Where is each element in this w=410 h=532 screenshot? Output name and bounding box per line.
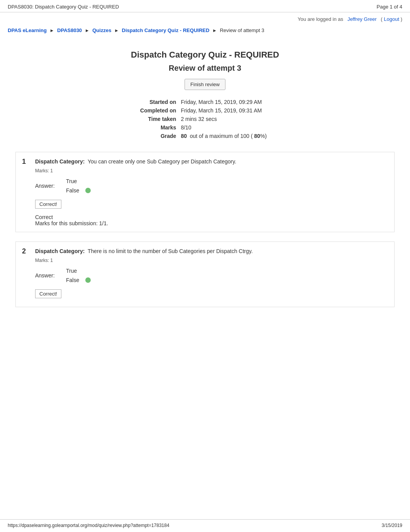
question-2-number: 2 (22, 247, 30, 255)
question-2-header: 2 Dispatch Category: There is no limit t… (22, 247, 388, 255)
breadcrumb: DPAS eLearning ► DPAS8030 ► Quizzes ► Di… (0, 24, 410, 38)
breadcrumb-arrow-4: ► (212, 28, 217, 33)
footer-url: https://dpaselearning.golearnportal.org/… (8, 523, 169, 528)
question-2-body: There is no limit to the number of Sub C… (88, 248, 253, 254)
grade-value: 80 out of a maximum of 100 ( 80%) (181, 132, 270, 140)
question-2-answers: Answer: True False Correct! (35, 267, 388, 301)
quiz-info-table: Started on Friday, March 15, 2019, 09:29… (140, 98, 270, 140)
info-row-time: Time taken 2 mins 32 secs (140, 115, 270, 123)
info-row-completed: Completed on Friday, March 15, 2019, 09:… (140, 106, 270, 115)
grade-number: 80 (181, 133, 187, 139)
question-2-answer-label: Answer: (35, 272, 62, 279)
quiz-subtitle: Review of attempt 3 (15, 64, 395, 73)
question-1-header: 1 Dispatch Category: You can create only… (22, 158, 388, 166)
main-content: Dispatch Category Quiz - REQUIRED Review… (0, 38, 410, 332)
page-header: DPAS8030: Dispatch Category Quiz - REQUI… (0, 0, 410, 12)
grade-percent: 80 (254, 133, 260, 139)
info-row-grade: Grade 80 out of a maximum of 100 ( 80%) (140, 132, 270, 140)
page-title-small: DPAS8030: Dispatch Category Quiz - REQUI… (8, 4, 119, 10)
logout-link[interactable]: Logout (384, 16, 399, 22)
started-on-value: Friday, March 15, 2019, 09:29 AM (181, 98, 270, 106)
question-2-true-text: True (62, 267, 81, 275)
question-1-answer-row: Answer: True False (35, 177, 388, 194)
quiz-title: Dispatch Category Quiz - REQUIRED (15, 50, 395, 60)
question-1-result: Correct Marks for this submission: 1/1. (35, 214, 388, 226)
question-2-false-text: False (62, 276, 83, 284)
user-bar: You are logged in as Jeffrey Greer ( Log… (0, 12, 410, 24)
breadcrumb-item-dpas-elearning[interactable]: DPAS eLearning (8, 27, 47, 33)
breadcrumb-arrow-2: ► (85, 28, 90, 33)
question-1-number: 1 (22, 158, 30, 166)
question-1-true-text: True (62, 177, 81, 185)
question-1-false-text: False (62, 187, 83, 194)
question-block-1: 1 Dispatch Category: You can create only… (15, 152, 395, 232)
completed-on-label: Completed on (140, 106, 181, 115)
question-1-marks-note: Marks for this submission: 1/1. (35, 220, 108, 226)
page-number: Page 1 of 4 (377, 4, 403, 10)
finish-review-button[interactable]: Finish review (185, 79, 225, 90)
question-1-option-false: False (62, 187, 91, 194)
grade-label: Grade (140, 132, 181, 140)
question-1-options: True False (62, 177, 91, 194)
question-1-false-dot (85, 188, 91, 193)
breadcrumb-suffix: Review of attempt 3 (220, 27, 264, 33)
question-1-body: You can create only one Sub Category per… (88, 158, 236, 165)
question-2-marks: Marks: 1 (35, 258, 388, 263)
question-1-topic: Dispatch Category: (35, 158, 85, 165)
info-row-marks: Marks 8/10 (140, 123, 270, 132)
question-1-answers: Answer: True False Correct! Correct Mark… (35, 177, 388, 226)
footer-date: 3/15/2019 (382, 523, 402, 528)
time-taken-value: 2 mins 32 secs (181, 115, 270, 123)
question-1-result-label: Correct (35, 214, 53, 220)
breadcrumb-arrow-1: ► (50, 28, 54, 33)
info-row-started: Started on Friday, March 15, 2019, 09:29… (140, 98, 270, 106)
breadcrumb-arrow-3: ► (114, 28, 119, 33)
question-2-text: Dispatch Category: There is no limit to … (35, 247, 253, 255)
question-1-text: Dispatch Category: You can create only o… (35, 158, 236, 166)
username-link[interactable]: Jeffrey Greer (347, 16, 377, 22)
completed-on-value: Friday, March 15, 2019, 09:31 AM (181, 106, 270, 115)
question-1-option-true: True (62, 177, 91, 185)
breadcrumb-item-quiz-name[interactable]: Dispatch Category Quiz - REQUIRED (122, 27, 210, 33)
time-taken-label: Time taken (140, 115, 181, 123)
breadcrumb-item-quizzes[interactable]: Quizzes (92, 27, 111, 33)
question-1-marks: Marks: 1 (35, 168, 388, 173)
marks-value: 8/10 (181, 123, 270, 132)
grade-suffix: out of a maximum of 100 ( (190, 133, 253, 139)
question-2-option-false: False (62, 276, 91, 284)
question-2-topic: Dispatch Category: (35, 248, 85, 254)
grade-percent-suffix: %) (260, 133, 267, 139)
question-2-answer-row: Answer: True False (35, 267, 388, 284)
question-2-option-true: True (62, 267, 91, 275)
logged-in-text: You are logged in as (298, 16, 343, 22)
question-block-2: 2 Dispatch Category: There is no limit t… (15, 241, 395, 307)
breadcrumb-item-dpas8030[interactable]: DPAS8030 (57, 27, 82, 33)
question-2-correct-banner: Correct! (35, 289, 61, 298)
page-footer: https://dpaselearning.golearnportal.org/… (0, 519, 410, 528)
question-2-false-dot (85, 277, 91, 283)
question-1-answer-label: Answer: (35, 183, 62, 189)
started-on-label: Started on (140, 98, 181, 106)
question-1-correct-banner: Correct! (35, 200, 61, 209)
question-2-options: True False (62, 267, 91, 284)
marks-label: Marks (140, 123, 181, 132)
